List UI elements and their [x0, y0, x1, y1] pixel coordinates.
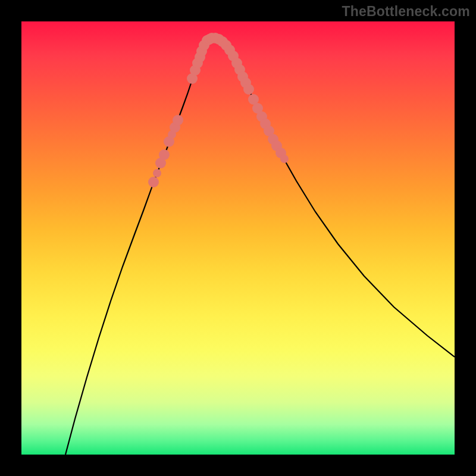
plot-area: [21, 21, 455, 455]
curve-marker: [148, 177, 159, 187]
curve-layer: [21, 21, 455, 455]
bottleneck-curve: [65, 38, 455, 455]
chart-frame: TheBottleneck.com: [0, 0, 476, 476]
curve-markers: [148, 33, 289, 187]
attribution-label: TheBottleneck.com: [342, 4, 470, 20]
curve-marker: [153, 169, 161, 177]
curve-marker: [280, 155, 289, 163]
curve-marker: [159, 149, 170, 160]
curve-marker: [173, 115, 183, 126]
curve-marker: [243, 84, 254, 95]
